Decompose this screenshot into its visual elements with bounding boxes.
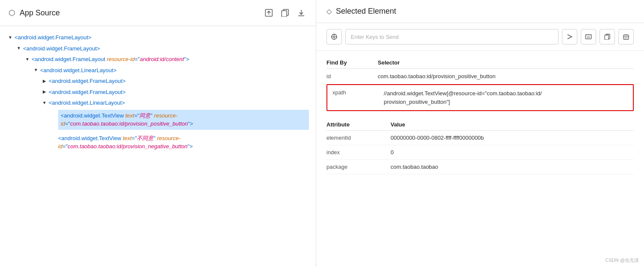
attr-name-elementid: elementId xyxy=(326,131,391,145)
attribute-header: Attribute xyxy=(326,117,391,131)
attr-row-package: package com.taobao.taobao xyxy=(326,160,634,174)
xpath-label-cell: xpath xyxy=(327,85,379,110)
toggle-6[interactable]: ▶ xyxy=(41,88,48,96)
node-label-9: <android.widget.TextView text="不同意" reso… xyxy=(58,134,309,151)
node-label-8-selected: <android.widget.TextView text="同意" resou… xyxy=(58,110,309,130)
keyboard-button[interactable] xyxy=(581,29,596,44)
tree-node-6[interactable]: ▶ <android.widget.FrameLayout> xyxy=(7,87,309,98)
attr-value-index: 0 xyxy=(391,145,634,160)
tree-node-3[interactable]: ▼ <android.widget.FrameLayout resource-i… xyxy=(7,54,309,65)
tree-node-4[interactable]: ▼ <android.widget.LinearLayout> xyxy=(7,65,309,76)
tree-container: ▼ <android.widget.FrameLayout> ▼ <androi… xyxy=(0,26,316,267)
target-element-button[interactable] xyxy=(326,29,342,44)
svg-rect-12 xyxy=(585,35,591,39)
send-keys-input[interactable] xyxy=(345,29,559,44)
node-label-4: <android.widget.LinearLayout> xyxy=(40,66,117,75)
svg-point-7 xyxy=(333,36,335,38)
xpath-highlighted-row[interactable]: xpath //android.widget.TextView[@resourc… xyxy=(326,84,634,111)
toggle-5[interactable]: ▶ xyxy=(41,77,48,85)
node-label-3: <android.widget.FrameLayout resource-id=… xyxy=(32,55,189,64)
xpath-value-cell: //android.widget.TextView[@resource-id="… xyxy=(379,85,633,110)
attr-value-package: com.taobao.taobao xyxy=(391,160,634,174)
node-label-2: <android.widget.FrameLayout> xyxy=(23,44,100,53)
attr-value-elementid: 00000000-0000-0802-ffff-ffff0000000b xyxy=(391,131,634,145)
id-selector-value: com.taobao.taobao:id/provision_positive_… xyxy=(378,69,634,84)
diamond-icon: ◇ xyxy=(326,7,332,15)
tree-node-7[interactable]: ▼ <android.widget.LinearLayout> xyxy=(7,97,309,109)
selectors-section: Find By Selector id com.taobao.taobao:id… xyxy=(316,51,644,117)
toggle-3[interactable]: ▼ xyxy=(24,55,31,63)
right-panel: ◇ Selected Element xyxy=(316,0,644,267)
node-label-1: <android.widget.FrameLayout> xyxy=(15,33,91,42)
download-button[interactable] xyxy=(295,7,307,19)
toggle-2[interactable]: ▼ xyxy=(15,44,22,52)
svg-rect-18 xyxy=(605,35,609,40)
send-keys-button[interactable] xyxy=(562,29,577,44)
send-keys-bar xyxy=(316,23,644,51)
tree-node-5[interactable]: ▶ <android.widget.FrameLayout> xyxy=(7,76,309,87)
copy-value-button[interactable] xyxy=(600,29,615,44)
tree-node-1[interactable]: ▼ <android.widget.FrameLayout> xyxy=(7,32,309,43)
toggle-1[interactable]: ▼ xyxy=(7,33,14,41)
export-button[interactable] xyxy=(263,7,275,19)
clear-button[interactable] xyxy=(618,29,634,44)
find-by-header: Find By xyxy=(326,57,378,69)
toggle-7[interactable]: ▼ xyxy=(41,99,48,106)
tree-node-9[interactable]: <android.widget.TextView text="不同意" reso… xyxy=(7,133,309,152)
toggle-4[interactable]: ▼ xyxy=(32,66,39,74)
attr-name-package: package xyxy=(326,160,391,174)
left-panel: ⬡ App Source ▼ <androi xyxy=(0,0,316,267)
tree-node-8[interactable]: <android.widget.TextView text="同意" resou… xyxy=(7,109,309,131)
id-row[interactable]: id com.taobao.taobao:id/provision_positi… xyxy=(326,69,634,84)
node-label-5: <android.widget.FrameLayout> xyxy=(49,77,126,85)
selectors-table: Find By Selector id com.taobao.taobao:id… xyxy=(326,57,634,84)
copy-button[interactable] xyxy=(279,7,291,19)
node-label-7: <android.widget.LinearLayout> xyxy=(49,99,125,107)
right-header: ◇ Selected Element xyxy=(316,0,644,23)
id-find-by: id xyxy=(326,69,378,84)
watermark: CSDN @虫无涯 xyxy=(606,257,639,264)
attr-name-index: index xyxy=(326,145,391,160)
selector-header: Selector xyxy=(378,57,634,69)
selected-element-title: Selected Element xyxy=(336,7,396,16)
svg-rect-19 xyxy=(623,35,629,39)
node-label-6: <android.widget.FrameLayout> xyxy=(49,88,126,97)
attr-row-elementid: elementId 00000000-0000-0802-ffff-ffff00… xyxy=(326,131,634,145)
attributes-section: Attribute Value elementId 00000000-0000-… xyxy=(316,117,644,180)
attr-row-index: index 0 xyxy=(326,145,634,160)
app-source-title: App Source xyxy=(20,9,259,18)
value-header: Value xyxy=(391,117,634,131)
attributes-table: Attribute Value elementId 00000000-0000-… xyxy=(326,117,634,174)
left-header: ⬡ App Source xyxy=(0,0,316,26)
app-source-icon: ⬡ xyxy=(9,8,15,18)
svg-rect-3 xyxy=(282,11,287,17)
tree-node-2[interactable]: ▼ <android.widget.FrameLayout> xyxy=(7,43,309,54)
